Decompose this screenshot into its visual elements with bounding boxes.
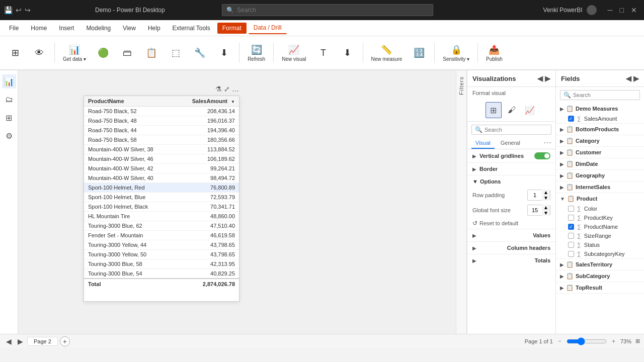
reset-row[interactable]: ↺ Reset to default xyxy=(467,218,555,229)
field-item[interactable]: ✓∑ProductName xyxy=(556,222,644,231)
undo-icon[interactable]: ↩ xyxy=(16,6,22,14)
tab-visual[interactable]: Visual xyxy=(471,138,495,149)
fields-collapse-left[interactable]: ◀ xyxy=(626,74,631,82)
menu-help[interactable]: Help xyxy=(143,23,166,34)
font-size-input[interactable] xyxy=(528,207,542,213)
redo-icon[interactable]: ↪ xyxy=(25,6,31,14)
more-options-icon[interactable]: … xyxy=(232,85,239,93)
field-item[interactable]: ∑ProductKey xyxy=(556,213,644,222)
ribbon-sensitivity[interactable]: 🔒 Sensitivity ▾ xyxy=(439,42,473,64)
filters-sidebar[interactable]: Filters xyxy=(456,70,467,334)
field-group-header[interactable]: ▶📋Customer xyxy=(556,147,644,158)
viz-collapse-right[interactable]: ▶ xyxy=(545,74,550,82)
totals-section[interactable]: ▶ Totals xyxy=(467,254,555,266)
field-group-header[interactable]: ▶📋Category xyxy=(556,135,644,146)
field-checkbox[interactable] xyxy=(568,215,574,221)
ribbon-calc[interactable]: 🔢 xyxy=(408,45,430,60)
row-padding-down[interactable]: ▼ xyxy=(542,195,550,201)
zoom-out-icon[interactable]: － xyxy=(557,337,562,345)
field-item[interactable]: ∑SizeRange xyxy=(556,231,644,240)
ribbon-sidebar-left[interactable]: ⊞ xyxy=(4,45,26,60)
close-button[interactable]: ✕ xyxy=(628,6,640,14)
field-checkbox[interactable]: ✓ xyxy=(568,224,574,230)
zoom-in-icon[interactable]: ＋ xyxy=(611,337,616,345)
title-search-input[interactable] xyxy=(237,7,429,14)
field-checkbox[interactable] xyxy=(568,251,574,257)
zoom-slider[interactable] xyxy=(567,337,607,345)
field-group-header[interactable]: ▶📋TopResult xyxy=(556,282,644,293)
tab-more[interactable]: ⋯ xyxy=(543,138,551,149)
field-group-header[interactable]: ▼📋Product xyxy=(556,193,644,204)
ribbon-new-visual[interactable]: 📈 New visual xyxy=(278,42,310,64)
ribbon-refresh[interactable]: 🔄 Refresh xyxy=(244,42,269,64)
ribbon-dataflow[interactable]: 📋 xyxy=(140,45,163,60)
viz-icon-analytics[interactable]: 📈 xyxy=(522,102,538,118)
font-size-down[interactable]: ▼ xyxy=(542,210,550,216)
font-size-stepper[interactable]: ▲ ▼ xyxy=(527,205,550,216)
fields-search-input[interactable] xyxy=(573,92,636,98)
add-page-button[interactable]: + xyxy=(60,336,70,346)
menu-modeling[interactable]: Modeling xyxy=(81,23,116,34)
table-scroll-container[interactable]: ProductName SalesAmount ▼ Road-750 Black… xyxy=(84,96,239,301)
viz-search-input[interactable] xyxy=(485,127,548,133)
maximize-button[interactable]: □ xyxy=(617,6,627,14)
sidebar-model-icon[interactable]: ⊞ xyxy=(2,111,16,125)
field-checkbox[interactable] xyxy=(568,242,574,248)
sidebar-dax-icon[interactable]: ⚙ xyxy=(2,129,16,143)
field-checkbox[interactable]: ✓ xyxy=(568,116,574,122)
field-checkbox[interactable] xyxy=(568,233,574,239)
values-section[interactable]: ▶ Values xyxy=(467,229,555,241)
ribbon-get-data[interactable]: 📊 Get data ▾ xyxy=(59,42,90,64)
options-title[interactable]: ▼ Options xyxy=(467,175,555,188)
save-icon[interactable]: 💾 xyxy=(4,6,13,14)
tab-general[interactable]: General xyxy=(497,138,524,149)
field-group-header[interactable]: ▶📋SubCategory xyxy=(556,270,644,282)
field-item[interactable]: ∑SubcategoryKey xyxy=(556,249,644,258)
row-padding-stepper[interactable]: ▲ ▼ xyxy=(527,190,550,201)
col-headers-section[interactable]: ▶ Column headers xyxy=(467,241,555,254)
sidebar-data-icon[interactable]: 🗂 xyxy=(2,93,16,107)
menu-insert[interactable]: Insert xyxy=(54,23,79,34)
sidebar-report-icon[interactable]: 📊 xyxy=(2,74,16,88)
col-header-product[interactable]: ProductName xyxy=(84,96,176,107)
ribbon-new-measure[interactable]: 📏 New measure xyxy=(367,42,407,64)
ribbon-page-view[interactable]: 👁 xyxy=(28,46,50,60)
field-item[interactable]: ∑Color xyxy=(556,204,644,213)
ribbon-transform[interactable]: 🔧 xyxy=(189,45,211,60)
expand-icon[interactable]: ⤢ xyxy=(224,85,230,93)
ribbon-textbox[interactable]: T xyxy=(312,46,335,60)
viz-collapse-left[interactable]: ◀ xyxy=(537,74,543,82)
field-group-header[interactable]: ▶📋InternetSales xyxy=(556,182,644,193)
ribbon-more[interactable]: ⬇ xyxy=(213,45,235,60)
ribbon-more2[interactable]: ⬇ xyxy=(337,45,359,60)
field-group-header[interactable]: ▶📋Demo Measures xyxy=(556,103,644,114)
field-group-header[interactable]: ▶📋DimDate xyxy=(556,158,644,169)
title-search-bar[interactable]: 🔍 xyxy=(222,4,433,16)
prev-page-button[interactable]: ◀ xyxy=(4,336,14,346)
fields-search-box[interactable]: 🔍 xyxy=(560,90,640,100)
border-section[interactable]: ▶ Border xyxy=(467,162,555,175)
fit-page-icon[interactable]: ⊞ xyxy=(635,338,640,344)
menu-file[interactable]: File xyxy=(4,23,24,34)
fields-collapse-right[interactable]: ▶ xyxy=(633,74,639,82)
viz-icon-table[interactable]: ⊞ xyxy=(486,102,502,118)
ribbon-publish[interactable]: 📤 Publish xyxy=(482,42,507,64)
menu-external-tools[interactable]: External Tools xyxy=(168,23,215,34)
gridlines-toggle[interactable] xyxy=(534,152,550,159)
field-item[interactable]: ∑Status xyxy=(556,240,644,249)
viz-icon-brush[interactable]: 🖌 xyxy=(504,102,520,118)
next-page-button[interactable]: ▶ xyxy=(16,336,25,346)
ribbon-excel[interactable]: 🟢 xyxy=(92,45,114,60)
page-tab[interactable]: Page 2 xyxy=(27,337,58,346)
field-item[interactable]: ✓∑SalesAmount xyxy=(556,114,644,123)
minimize-button[interactable]: ─ xyxy=(605,6,616,14)
row-padding-up[interactable]: ▲ xyxy=(542,190,550,195)
font-size-up[interactable]: ▲ xyxy=(542,205,550,210)
ribbon-sql[interactable]: 🗃 xyxy=(116,46,138,60)
ribbon-table[interactable]: ⬚ xyxy=(165,45,187,60)
menu-view[interactable]: View xyxy=(118,23,141,34)
field-group-header[interactable]: ▶📋BottomProducts xyxy=(556,124,644,135)
viz-search-box[interactable]: 🔍 xyxy=(471,125,551,135)
menu-home[interactable]: Home xyxy=(26,23,52,34)
gridlines-section[interactable]: ▶ Vertical gridlines xyxy=(472,153,524,159)
